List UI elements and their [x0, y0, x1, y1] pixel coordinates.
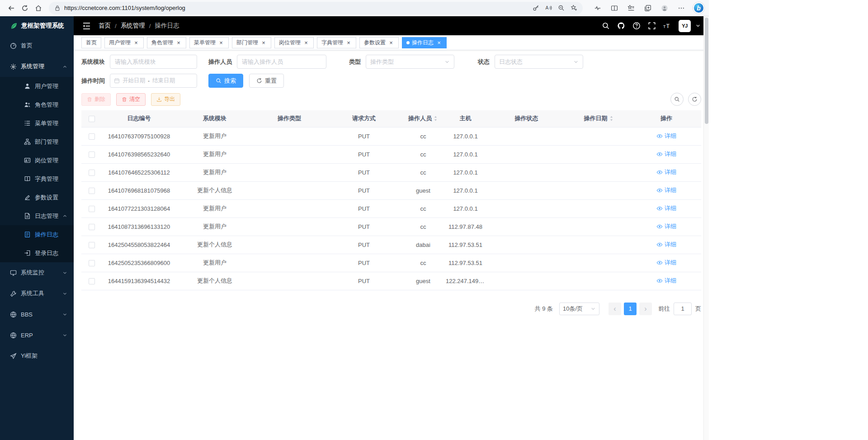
type-select[interactable]: 操作类型: [366, 55, 454, 69]
tab-dict[interactable]: 字典管理×: [317, 37, 356, 48]
tab-close-icon[interactable]: ×: [303, 39, 309, 46]
url-text[interactable]: https://ccnetcore.com:1101/system/log/op…: [64, 5, 529, 11]
browser-more-options-icon[interactable]: [675, 2, 688, 14]
sidebar-item-erp[interactable]: ERP: [0, 325, 74, 345]
detail-link[interactable]: 详细: [656, 277, 676, 285]
tab-close-icon[interactable]: ×: [260, 39, 267, 46]
read-aloud-icon[interactable]: A: [542, 2, 555, 14]
tab-home[interactable]: 首页: [81, 37, 101, 48]
fullscreen-icon[interactable]: [648, 22, 656, 30]
scrollbar-thumb[interactable]: [705, 18, 708, 124]
next-page-button[interactable]: ›: [639, 303, 652, 315]
github-icon[interactable]: [617, 22, 625, 30]
sidebar-item-log[interactable]: 日志管理: [0, 207, 74, 225]
sidebar-item-user[interactable]: 用户管理: [0, 77, 74, 95]
user-avatar[interactable]: YJ: [679, 20, 691, 32]
collections-icon[interactable]: [641, 2, 655, 14]
sidebar-toggle-icon[interactable]: [82, 21, 91, 31]
tab-dept[interactable]: 部门管理×: [232, 37, 271, 48]
tab-param[interactable]: 参数设置×: [359, 37, 399, 48]
tab-close-icon[interactable]: ×: [133, 39, 139, 46]
tab-close-icon[interactable]: ×: [436, 39, 442, 46]
sidebar-item-dept[interactable]: 部门管理: [0, 132, 74, 151]
detail-link[interactable]: 详细: [656, 241, 676, 249]
module-input[interactable]: [110, 55, 197, 69]
detail-link[interactable]: 详细: [656, 132, 676, 140]
row-checkbox[interactable]: [89, 170, 95, 176]
browser-address-bar[interactable]: https://ccnetcore.com:1101/system/log/op…: [49, 2, 583, 14]
export-button[interactable]: 导出: [151, 93, 180, 106]
sidebar-item-post[interactable]: 岗位管理: [0, 151, 74, 170]
tab-post[interactable]: 岗位管理×: [274, 37, 314, 48]
row-checkbox[interactable]: [89, 260, 95, 266]
tab-close-icon[interactable]: ×: [345, 39, 352, 46]
sidebar-item-yiframe[interactable]: Yi框架: [0, 345, 74, 366]
sidebar-item-operlog[interactable]: 操作日志: [0, 225, 74, 244]
detail-link[interactable]: 详细: [656, 259, 676, 267]
detail-link[interactable]: 详细: [656, 168, 676, 176]
sidebar-item-menu[interactable]: 菜单管理: [0, 114, 74, 132]
sidebar-item-param[interactable]: 参数设置: [0, 188, 74, 207]
favorites-icon[interactable]: [624, 2, 638, 14]
browser-refresh-icon[interactable]: [18, 2, 32, 14]
goto-page-input[interactable]: [674, 303, 692, 315]
tab-close-icon[interactable]: ×: [218, 39, 224, 46]
header-search-icon[interactable]: [602, 22, 610, 30]
zoom-icon[interactable]: [555, 2, 567, 14]
sidebar-item-tools[interactable]: 系统工具: [0, 283, 74, 304]
help-icon[interactable]: [632, 22, 641, 30]
row-checkbox[interactable]: [89, 224, 95, 230]
status-select[interactable]: 日志状态: [495, 55, 583, 69]
tab-user[interactable]: 用户管理×: [104, 37, 144, 48]
detail-link[interactable]: 详细: [656, 150, 676, 158]
add-favorite-star-icon[interactable]: [567, 2, 580, 14]
row-checkbox[interactable]: [89, 242, 95, 248]
breadcrumb-item[interactable]: 系统管理: [121, 22, 145, 30]
user-menu-caret-icon[interactable]: [695, 23, 701, 28]
sidebar-item-role[interactable]: 角色管理: [0, 95, 74, 114]
sidebar-item-bbs[interactable]: BBS: [0, 304, 74, 325]
prev-page-button[interactable]: ‹: [609, 303, 621, 315]
sidebar-item-monitor[interactable]: 系统监控: [0, 262, 74, 283]
toggle-search-button[interactable]: [670, 93, 684, 106]
row-checkbox[interactable]: [89, 278, 95, 284]
sidebar-item-home[interactable]: 首页: [0, 35, 74, 56]
browser-home-icon[interactable]: [32, 2, 45, 14]
reset-button[interactable]: 重置: [249, 74, 284, 88]
detail-link[interactable]: 详细: [656, 222, 676, 231]
sort-caret-icon[interactable]: [609, 115, 614, 122]
page-scrollbar[interactable]: [703, 16, 709, 440]
row-checkbox[interactable]: [89, 133, 95, 140]
split-screen-icon[interactable]: [608, 2, 621, 14]
sort-caret-icon[interactable]: [433, 115, 438, 122]
row-checkbox[interactable]: [89, 206, 95, 212]
font-size-icon[interactable]: TT: [663, 22, 671, 30]
tab-operlog[interactable]: 操作日志×: [402, 37, 447, 48]
refresh-table-button[interactable]: [688, 93, 701, 106]
sidebar-item-loginlog[interactable]: 登录日志: [0, 244, 74, 262]
password-key-icon[interactable]: [529, 2, 542, 14]
tab-close-icon[interactable]: ×: [175, 39, 182, 46]
detail-link[interactable]: 详细: [656, 204, 676, 213]
operator-input[interactable]: [237, 55, 326, 69]
tab-menu[interactable]: 菜单管理×: [189, 37, 229, 48]
tab-close-icon[interactable]: ×: [388, 39, 394, 46]
select-all-checkbox[interactable]: [89, 116, 95, 122]
sidebar-item-system[interactable]: 系统管理: [0, 56, 74, 77]
bing-copilot-icon[interactable]: b: [693, 2, 704, 14]
tab-role[interactable]: 角色管理×: [147, 37, 186, 48]
breadcrumb-item[interactable]: 首页: [99, 22, 111, 30]
browser-back-icon[interactable]: [5, 2, 18, 14]
date-range-picker[interactable]: 开始日期 - 结束日期: [110, 74, 197, 88]
browser-essentials-icon[interactable]: [591, 2, 604, 14]
clear-button[interactable]: 清空: [116, 93, 146, 106]
page-number-button[interactable]: 1: [624, 303, 637, 315]
page-size-select[interactable]: 10条/页: [559, 303, 599, 315]
sidebar-item-dict[interactable]: 字典管理: [0, 170, 74, 188]
search-button[interactable]: 搜索: [208, 74, 243, 88]
browser-profile-avatar[interactable]: [658, 2, 671, 14]
detail-link[interactable]: 详细: [656, 186, 676, 194]
delete-button[interactable]: 删除: [81, 93, 111, 106]
row-checkbox[interactable]: [89, 151, 95, 158]
row-checkbox[interactable]: [89, 188, 95, 194]
